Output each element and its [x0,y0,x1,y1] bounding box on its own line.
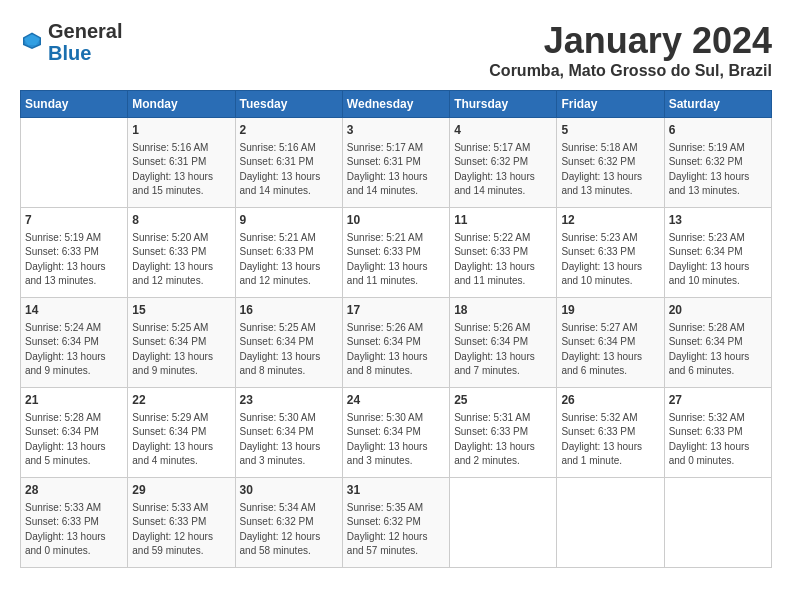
calendar-week-row: 28Sunrise: 5:33 AM Sunset: 6:33 PM Dayli… [21,478,772,568]
weekday-header: Tuesday [235,91,342,118]
logo-general-text: General [48,20,122,42]
calendar-cell: 15Sunrise: 5:25 AM Sunset: 6:34 PM Dayli… [128,298,235,388]
weekday-header: Wednesday [342,91,449,118]
calendar-cell: 14Sunrise: 5:24 AM Sunset: 6:34 PM Dayli… [21,298,128,388]
calendar-cell: 9Sunrise: 5:21 AM Sunset: 6:33 PM Daylig… [235,208,342,298]
calendar-week-row: 7Sunrise: 5:19 AM Sunset: 6:33 PM Daylig… [21,208,772,298]
calendar-cell: 13Sunrise: 5:23 AM Sunset: 6:34 PM Dayli… [664,208,771,298]
calendar-cell: 11Sunrise: 5:22 AM Sunset: 6:33 PM Dayli… [450,208,557,298]
day-info: Sunrise: 5:23 AM Sunset: 6:34 PM Dayligh… [669,231,767,289]
calendar-cell [557,478,664,568]
day-info: Sunrise: 5:23 AM Sunset: 6:33 PM Dayligh… [561,231,659,289]
calendar-cell: 30Sunrise: 5:34 AM Sunset: 6:32 PM Dayli… [235,478,342,568]
day-number: 28 [25,482,123,499]
calendar-cell: 29Sunrise: 5:33 AM Sunset: 6:33 PM Dayli… [128,478,235,568]
calendar-week-row: 21Sunrise: 5:28 AM Sunset: 6:34 PM Dayli… [21,388,772,478]
day-info: Sunrise: 5:32 AM Sunset: 6:33 PM Dayligh… [669,411,767,469]
day-info: Sunrise: 5:17 AM Sunset: 6:32 PM Dayligh… [454,141,552,199]
day-number: 11 [454,212,552,229]
month-title: January 2024 [489,20,772,62]
day-info: Sunrise: 5:21 AM Sunset: 6:33 PM Dayligh… [240,231,338,289]
day-info: Sunrise: 5:22 AM Sunset: 6:33 PM Dayligh… [454,231,552,289]
day-info: Sunrise: 5:20 AM Sunset: 6:33 PM Dayligh… [132,231,230,289]
calendar-cell: 19Sunrise: 5:27 AM Sunset: 6:34 PM Dayli… [557,298,664,388]
day-info: Sunrise: 5:16 AM Sunset: 6:31 PM Dayligh… [240,141,338,199]
day-info: Sunrise: 5:34 AM Sunset: 6:32 PM Dayligh… [240,501,338,559]
calendar-cell: 10Sunrise: 5:21 AM Sunset: 6:33 PM Dayli… [342,208,449,298]
calendar-cell [450,478,557,568]
day-number: 16 [240,302,338,319]
weekday-header: Saturday [664,91,771,118]
location-subtitle: Corumba, Mato Grosso do Sul, Brazil [489,62,772,80]
day-info: Sunrise: 5:26 AM Sunset: 6:34 PM Dayligh… [347,321,445,379]
weekday-header: Monday [128,91,235,118]
day-info: Sunrise: 5:31 AM Sunset: 6:33 PM Dayligh… [454,411,552,469]
day-info: Sunrise: 5:18 AM Sunset: 6:32 PM Dayligh… [561,141,659,199]
day-info: Sunrise: 5:35 AM Sunset: 6:32 PM Dayligh… [347,501,445,559]
calendar-cell [21,118,128,208]
day-info: Sunrise: 5:25 AM Sunset: 6:34 PM Dayligh… [132,321,230,379]
calendar-week-row: 14Sunrise: 5:24 AM Sunset: 6:34 PM Dayli… [21,298,772,388]
day-number: 26 [561,392,659,409]
weekday-header: Sunday [21,91,128,118]
calendar-header-row: SundayMondayTuesdayWednesdayThursdayFrid… [21,91,772,118]
day-number: 31 [347,482,445,499]
logo: General Blue [20,20,122,64]
day-number: 8 [132,212,230,229]
day-info: Sunrise: 5:29 AM Sunset: 6:34 PM Dayligh… [132,411,230,469]
day-number: 10 [347,212,445,229]
day-info: Sunrise: 5:19 AM Sunset: 6:32 PM Dayligh… [669,141,767,199]
calendar-cell: 12Sunrise: 5:23 AM Sunset: 6:33 PM Dayli… [557,208,664,298]
day-info: Sunrise: 5:28 AM Sunset: 6:34 PM Dayligh… [669,321,767,379]
day-number: 1 [132,122,230,139]
logo-blue-text: Blue [48,42,91,64]
calendar-week-row: 1Sunrise: 5:16 AM Sunset: 6:31 PM Daylig… [21,118,772,208]
calendar-cell [664,478,771,568]
logo-icon [22,30,42,50]
day-info: Sunrise: 5:30 AM Sunset: 6:34 PM Dayligh… [347,411,445,469]
day-number: 17 [347,302,445,319]
day-number: 30 [240,482,338,499]
day-number: 12 [561,212,659,229]
calendar-cell: 17Sunrise: 5:26 AM Sunset: 6:34 PM Dayli… [342,298,449,388]
weekday-header: Friday [557,91,664,118]
day-number: 18 [454,302,552,319]
calendar-cell: 22Sunrise: 5:29 AM Sunset: 6:34 PM Dayli… [128,388,235,478]
day-info: Sunrise: 5:17 AM Sunset: 6:31 PM Dayligh… [347,141,445,199]
calendar-cell: 3Sunrise: 5:17 AM Sunset: 6:31 PM Daylig… [342,118,449,208]
day-number: 2 [240,122,338,139]
day-number: 20 [669,302,767,319]
day-number: 19 [561,302,659,319]
day-info: Sunrise: 5:16 AM Sunset: 6:31 PM Dayligh… [132,141,230,199]
calendar-cell: 20Sunrise: 5:28 AM Sunset: 6:34 PM Dayli… [664,298,771,388]
day-info: Sunrise: 5:27 AM Sunset: 6:34 PM Dayligh… [561,321,659,379]
day-info: Sunrise: 5:26 AM Sunset: 6:34 PM Dayligh… [454,321,552,379]
weekday-header: Thursday [450,91,557,118]
day-number: 23 [240,392,338,409]
calendar-cell: 24Sunrise: 5:30 AM Sunset: 6:34 PM Dayli… [342,388,449,478]
day-number: 13 [669,212,767,229]
calendar-cell: 8Sunrise: 5:20 AM Sunset: 6:33 PM Daylig… [128,208,235,298]
calendar-cell: 25Sunrise: 5:31 AM Sunset: 6:33 PM Dayli… [450,388,557,478]
day-number: 22 [132,392,230,409]
calendar-cell: 26Sunrise: 5:32 AM Sunset: 6:33 PM Dayli… [557,388,664,478]
calendar-cell: 5Sunrise: 5:18 AM Sunset: 6:32 PM Daylig… [557,118,664,208]
page-header: General Blue January 2024 Corumba, Mato … [20,20,772,80]
day-info: Sunrise: 5:21 AM Sunset: 6:33 PM Dayligh… [347,231,445,289]
title-block: January 2024 Corumba, Mato Grosso do Sul… [489,20,772,80]
calendar-cell: 21Sunrise: 5:28 AM Sunset: 6:34 PM Dayli… [21,388,128,478]
day-number: 6 [669,122,767,139]
day-info: Sunrise: 5:32 AM Sunset: 6:33 PM Dayligh… [561,411,659,469]
day-info: Sunrise: 5:25 AM Sunset: 6:34 PM Dayligh… [240,321,338,379]
day-number: 5 [561,122,659,139]
day-number: 25 [454,392,552,409]
calendar-cell: 4Sunrise: 5:17 AM Sunset: 6:32 PM Daylig… [450,118,557,208]
day-info: Sunrise: 5:33 AM Sunset: 6:33 PM Dayligh… [132,501,230,559]
day-info: Sunrise: 5:19 AM Sunset: 6:33 PM Dayligh… [25,231,123,289]
calendar-table: SundayMondayTuesdayWednesdayThursdayFrid… [20,90,772,568]
day-number: 7 [25,212,123,229]
calendar-cell: 31Sunrise: 5:35 AM Sunset: 6:32 PM Dayli… [342,478,449,568]
day-info: Sunrise: 5:33 AM Sunset: 6:33 PM Dayligh… [25,501,123,559]
day-info: Sunrise: 5:28 AM Sunset: 6:34 PM Dayligh… [25,411,123,469]
day-number: 15 [132,302,230,319]
